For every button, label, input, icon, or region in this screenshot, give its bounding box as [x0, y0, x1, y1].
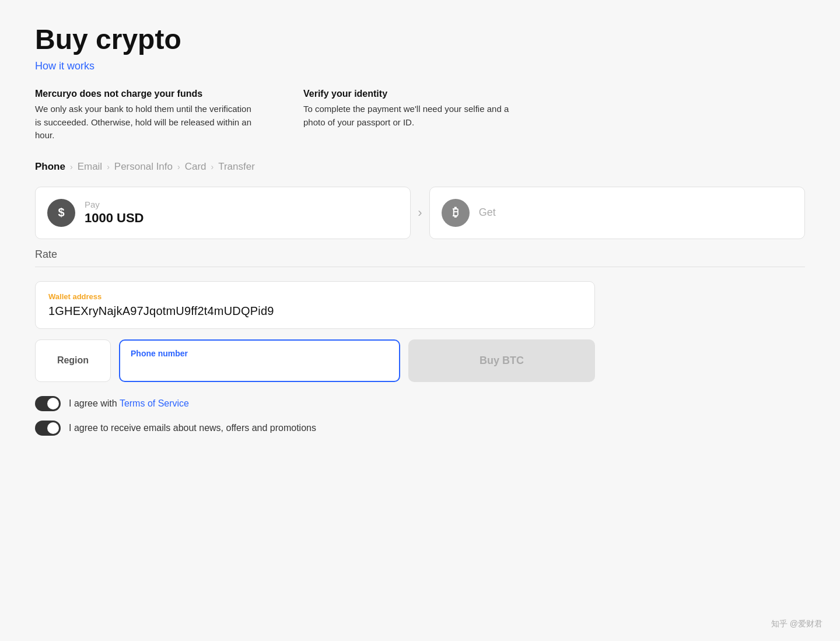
breadcrumb-transfer[interactable]: Transfer	[218, 161, 255, 173]
phone-label: Phone number	[131, 349, 388, 358]
pay-label: Pay	[85, 199, 144, 209]
region-label: Region	[57, 355, 89, 366]
breadcrumb-sep-2: ›	[107, 162, 110, 171]
info-block-identity-title: Verify your identity	[303, 89, 525, 99]
wallet-value: 1GHEXryNajkA97JqotmU9ff2t4mUDQPid9	[48, 304, 582, 318]
phone-input[interactable]	[131, 360, 388, 373]
breadcrumb-sep-4: ›	[211, 162, 214, 171]
toggle-knob-promotions	[47, 422, 59, 434]
phone-box[interactable]: Phone number	[119, 339, 400, 382]
how-it-works-link[interactable]: How it works	[35, 60, 94, 72]
agree-promotions-text: I agree to receive emails about news, of…	[69, 423, 316, 433]
info-section: Mercuryo does not charge your funds We o…	[35, 89, 805, 142]
wallet-label: Wallet address	[48, 292, 582, 301]
breadcrumb: Phone › Email › Personal Info › Card › T…	[35, 161, 805, 173]
get-label: Get	[479, 206, 496, 219]
info-block-charges-title: Mercuryo does not charge your funds	[35, 89, 257, 99]
breadcrumb-sep-3: ›	[177, 162, 180, 171]
info-block-charges-text: We only ask your bank to hold them until…	[35, 103, 257, 142]
pay-info: Pay 1000 USD	[85, 199, 144, 226]
breadcrumb-phone[interactable]: Phone	[35, 161, 65, 173]
page-title: Buy crypto	[35, 23, 805, 55]
rate-section: Rate	[35, 248, 805, 267]
agree-promotions-row: I agree to receive emails about news, of…	[35, 421, 805, 436]
info-block-identity-text: To complete the payment we'll need your …	[303, 103, 525, 129]
agree-terms-text: I agree with Terms of Service	[69, 398, 189, 409]
breadcrumb-personal-info[interactable]: Personal Info	[114, 161, 173, 173]
promotions-toggle[interactable]	[35, 421, 61, 436]
terms-toggle[interactable]	[35, 396, 61, 411]
terms-of-service-link[interactable]: Terms of Service	[120, 398, 189, 408]
info-block-charges: Mercuryo does not charge your funds We o…	[35, 89, 257, 142]
exchange-arrow-icon: ›	[418, 205, 422, 220]
rate-label: Rate	[35, 248, 57, 260]
buy-button[interactable]: Buy BTC	[408, 339, 595, 382]
breadcrumb-sep-1: ›	[70, 162, 73, 171]
info-block-identity: Verify your identity To complete the pay…	[303, 89, 525, 142]
input-row: Region Phone number Buy BTC	[35, 339, 595, 382]
wallet-box[interactable]: Wallet address 1GHEXryNajkA97JqotmU9ff2t…	[35, 281, 595, 329]
pay-value: 1000 USD	[85, 211, 144, 226]
pay-icon: $	[47, 199, 75, 227]
exchange-row: $ Pay 1000 USD › ₿ Get	[35, 187, 805, 239]
get-box[interactable]: ₿ Get	[429, 187, 805, 239]
region-selector[interactable]: Region	[35, 339, 111, 382]
breadcrumb-email[interactable]: Email	[78, 161, 103, 173]
pay-box[interactable]: $ Pay 1000 USD	[35, 187, 411, 239]
get-info: Get	[479, 206, 496, 219]
get-icon: ₿	[442, 199, 470, 227]
toggle-knob-terms	[47, 398, 59, 409]
breadcrumb-card[interactable]: Card	[185, 161, 206, 173]
agree-terms-row: I agree with Terms of Service	[35, 396, 805, 411]
